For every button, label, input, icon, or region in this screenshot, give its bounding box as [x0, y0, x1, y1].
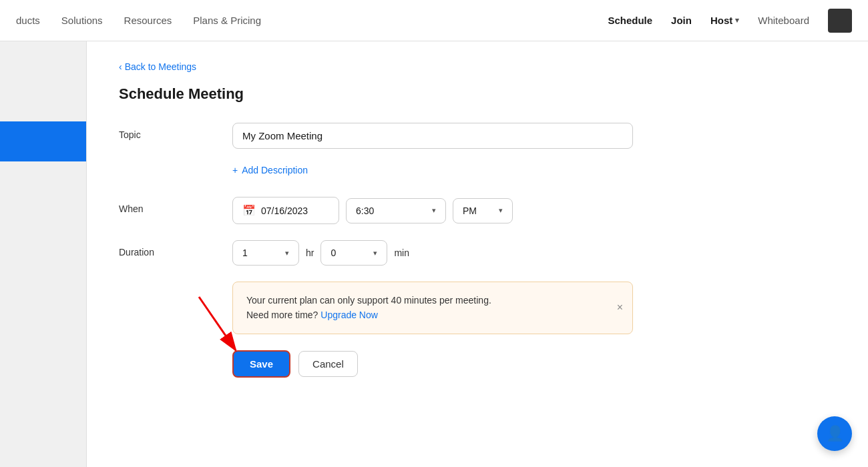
- duration-hours-picker[interactable]: 1 ▾: [232, 240, 299, 266]
- avatar[interactable]: [828, 9, 852, 33]
- ampm-chevron-icon: ▾: [499, 206, 503, 215]
- cancel-button[interactable]: Cancel: [298, 351, 358, 377]
- duration-hours-chevron-icon: ▾: [285, 249, 289, 258]
- back-to-meetings-label: Back to Meetings: [125, 61, 196, 72]
- notice-box: Your current plan can only support 40 mi…: [232, 282, 633, 334]
- page-layout: ‹ Back to Meetings Schedule Meeting Topi…: [0, 41, 868, 467]
- sidebar-accent: [0, 121, 86, 161]
- nav-item-products[interactable]: ducts: [16, 15, 40, 26]
- notice-line2: Need more time? Upgrade Now: [246, 308, 619, 322]
- nav-schedule[interactable]: Schedule: [608, 15, 652, 26]
- notice-close-button[interactable]: ×: [617, 300, 623, 317]
- plus-icon: +: [232, 165, 238, 175]
- description-row: + Add Description: [232, 165, 836, 178]
- add-description-link[interactable]: + Add Description: [232, 165, 308, 175]
- nav-join[interactable]: Join: [671, 15, 692, 26]
- back-chevron-icon: ‹: [119, 61, 122, 72]
- navbar: ducts Solutions Resources Plans & Pricin…: [0, 0, 868, 41]
- duration-minutes-value: 0: [331, 248, 336, 258]
- chat-button[interactable]: 👤: [817, 416, 852, 451]
- nav-host[interactable]: Host ▾: [710, 15, 739, 26]
- duration-control: 1 ▾ hr 0 ▾ min: [232, 240, 836, 266]
- chat-icon: 👤: [826, 425, 844, 442]
- nav-host-label: Host: [710, 15, 732, 26]
- topic-control: [232, 123, 836, 149]
- duration-minutes-picker[interactable]: 0 ▾: [320, 240, 387, 266]
- page-title: Schedule Meeting: [119, 85, 836, 103]
- time-picker[interactable]: 6:30 ▾: [346, 198, 446, 223]
- nav-right: Schedule Join Host ▾ Whiteboard: [608, 9, 852, 33]
- time-value: 6:30: [356, 205, 374, 216]
- duration-hours-value: 1: [242, 248, 248, 258]
- min-label: min: [394, 248, 409, 258]
- add-description-label: Add Description: [242, 165, 308, 175]
- save-button[interactable]: Save: [232, 350, 290, 378]
- notice-line1: Your current plan can only support 40 mi…: [246, 293, 619, 308]
- buttons-row: Save Cancel: [232, 350, 836, 378]
- date-value: 07/16/2023: [261, 205, 308, 216]
- chevron-down-icon: ▾: [735, 16, 739, 25]
- duration-row: Duration 1 ▾ hr 0 ▾ min: [119, 240, 836, 266]
- duration-minutes-chevron-icon: ▾: [373, 249, 377, 258]
- when-label: When: [119, 197, 232, 214]
- main-content: ‹ Back to Meetings Schedule Meeting Topi…: [87, 41, 868, 467]
- nav-item-plans-pricing[interactable]: Plans & Pricing: [193, 15, 261, 26]
- calendar-icon: 📅: [242, 204, 256, 217]
- ampm-value: PM: [463, 205, 477, 216]
- topic-label: Topic: [119, 123, 232, 140]
- duration-label: Duration: [119, 240, 232, 258]
- upgrade-now-link[interactable]: Upgrade Now: [320, 310, 378, 320]
- nav-left: ducts Solutions Resources Plans & Pricin…: [16, 15, 261, 26]
- nav-whiteboard[interactable]: Whiteboard: [758, 15, 809, 26]
- time-chevron-icon: ▾: [432, 206, 436, 215]
- topic-row: Topic: [119, 123, 836, 149]
- ampm-picker[interactable]: PM ▾: [453, 198, 513, 223]
- nav-item-solutions[interactable]: Solutions: [61, 15, 103, 26]
- back-to-meetings-link[interactable]: ‹ Back to Meetings: [119, 61, 836, 72]
- when-row: When 📅 07/16/2023 6:30 ▾ PM ▾: [119, 197, 836, 224]
- date-picker[interactable]: 📅 07/16/2023: [232, 197, 339, 224]
- topic-input[interactable]: [232, 123, 633, 149]
- sidebar: [0, 41, 87, 467]
- svg-line-1: [199, 297, 236, 350]
- hr-label: hr: [306, 248, 314, 258]
- when-control: 📅 07/16/2023 6:30 ▾ PM ▾: [232, 197, 836, 224]
- nav-item-resources[interactable]: Resources: [124, 15, 172, 26]
